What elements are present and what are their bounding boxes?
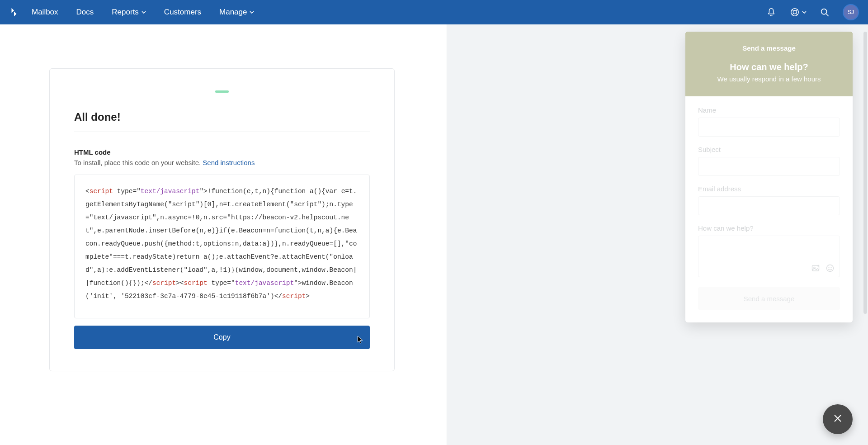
code-token: text/javascript xyxy=(235,279,294,287)
code-token: type=" xyxy=(113,188,141,195)
left-pane: All done! HTML code To install, place th… xyxy=(0,24,447,445)
svg-point-1 xyxy=(793,10,796,14)
divider xyxy=(74,132,370,132)
lifering-icon xyxy=(789,7,800,18)
svg-point-5 xyxy=(827,265,834,272)
subject-label: Subject xyxy=(698,146,840,153)
code-token: script xyxy=(282,293,306,300)
code-token: "> xyxy=(294,279,302,287)
avatar-initials: SJ xyxy=(848,9,854,15)
nav-label: Mailbox xyxy=(32,8,58,17)
nav-item-docs[interactable]: Docs xyxy=(76,8,94,17)
scrollbar[interactable] xyxy=(863,32,867,314)
nav-item-reports[interactable]: Reports xyxy=(112,8,146,17)
name-input[interactable] xyxy=(698,118,840,137)
code-token: script xyxy=(152,279,176,287)
chevron-down-icon xyxy=(802,8,807,16)
nav-right: SJ xyxy=(766,4,859,20)
subject-input[interactable] xyxy=(698,157,840,176)
section-label: HTML code xyxy=(74,148,370,156)
chevron-down-icon xyxy=(142,8,146,17)
chat-header: Send a message How can we help? We usual… xyxy=(685,32,853,96)
code-token: text/javascript xyxy=(141,188,200,195)
chat-small-title: Send a message xyxy=(695,44,843,52)
nav-label: Docs xyxy=(76,8,94,17)
name-label: Name xyxy=(698,106,840,114)
message-wrap xyxy=(698,236,840,279)
code-token: script xyxy=(184,279,208,287)
send-message-button[interactable]: Send a message xyxy=(698,287,840,310)
avatar[interactable]: SJ xyxy=(843,4,859,20)
attach-image-icon[interactable] xyxy=(811,264,820,275)
help-menu[interactable] xyxy=(789,7,807,18)
email-input[interactable] xyxy=(698,196,840,215)
nav-item-mailbox[interactable]: Mailbox xyxy=(32,8,58,17)
email-label: Email address xyxy=(698,185,840,193)
nav-item-customers[interactable]: Customers xyxy=(164,8,201,17)
emoji-icon[interactable] xyxy=(826,264,835,275)
chevron-down-icon xyxy=(250,8,254,17)
close-chat-button[interactable] xyxy=(823,404,853,434)
nav-label: Customers xyxy=(164,8,201,17)
right-pane: Send a message How can we help? We usual… xyxy=(447,24,868,445)
chat-body: Name Subject Email address How can we he… xyxy=(685,96,853,322)
chat-subheading: We usually respond in a few hours xyxy=(695,75,843,83)
code-token: type=" xyxy=(208,279,235,287)
close-icon xyxy=(833,413,843,425)
nav-label: Manage xyxy=(219,8,247,17)
chat-heading: How can we help? xyxy=(695,62,843,72)
code-token: script xyxy=(90,188,113,195)
top-nav: Mailbox Docs Reports Customers Manage SJ xyxy=(0,0,868,24)
svg-point-2 xyxy=(821,9,827,14)
code-token: "> xyxy=(199,188,207,195)
nav-item-manage[interactable]: Manage xyxy=(219,8,254,17)
send-instructions-link[interactable]: Send instructions xyxy=(203,159,255,166)
help-label: How can we help? xyxy=(698,224,840,232)
install-card: All done! HTML code To install, place th… xyxy=(49,68,395,371)
notifications-icon[interactable] xyxy=(766,7,777,18)
nav-label: Reports xyxy=(112,8,139,17)
main: All done! HTML code To install, place th… xyxy=(0,24,868,445)
copy-button[interactable]: Copy xyxy=(74,326,370,349)
section-subtext: To install, place this code on your webs… xyxy=(74,159,370,166)
section-sub-text: To install, place this code on your webs… xyxy=(74,159,203,166)
code-snippet[interactable]: <script type="text/javascript">!function… xyxy=(74,175,370,318)
search-icon[interactable] xyxy=(819,7,830,18)
svg-point-6 xyxy=(829,267,830,268)
chat-widget: Send a message How can we help? We usual… xyxy=(685,32,853,322)
app-logo-icon[interactable] xyxy=(9,7,19,17)
progress-indicator xyxy=(215,90,229,93)
card-heading: All done! xyxy=(74,111,370,123)
message-toolbar xyxy=(811,264,835,275)
nav-items: Mailbox Docs Reports Customers Manage xyxy=(32,8,254,17)
svg-point-7 xyxy=(831,267,832,268)
code-token: !function(e,t,n){function a(){var e=t.ge… xyxy=(85,188,357,287)
